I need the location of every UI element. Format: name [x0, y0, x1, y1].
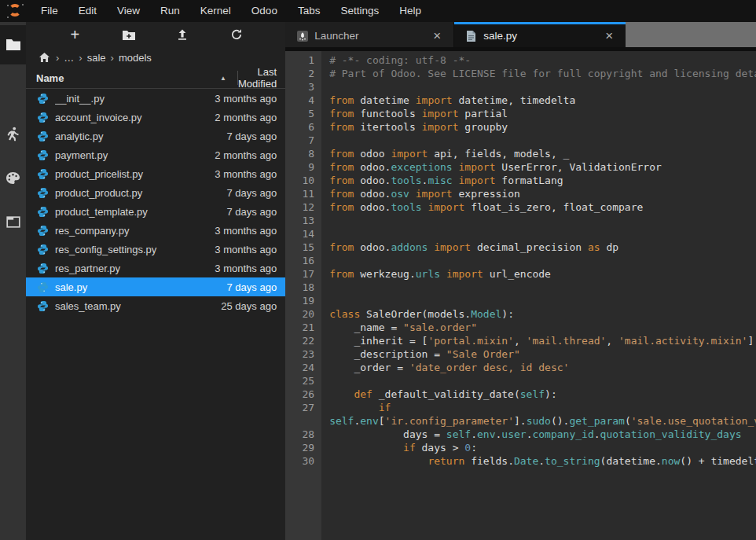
tab-bar: Launcher×sale.py× — [285, 22, 756, 47]
activity-tab-file-browser[interactable] — [0, 25, 26, 64]
code-text — [321, 294, 756, 307]
file-modified: 3 months ago — [215, 244, 285, 255]
code-text: from odoo.exceptions import UserError, V… — [321, 160, 756, 174]
breadcrumb-separator: › — [111, 52, 114, 64]
python-file-icon — [37, 187, 49, 199]
code-text: # -*- coding: utf-8 -*- — [321, 53, 756, 67]
code-text: _inherit = ['portal.mixin', 'mail.thread… — [321, 334, 756, 347]
line-number: 23 — [285, 347, 321, 361]
activity-tab-running-sessions[interactable] — [0, 116, 26, 151]
code-line: 29 if days > 0: — [285, 441, 756, 454]
python-file-icon — [37, 93, 49, 105]
breadcrumb-item[interactable]: … — [64, 52, 74, 64]
menu-file[interactable]: File — [31, 0, 68, 22]
activity-tab-open-tabs[interactable] — [0, 204, 26, 239]
code-text: _name = "sale.order" — [321, 321, 756, 334]
python-file-icon — [37, 263, 49, 274]
file-modified: 3 months ago — [215, 225, 285, 237]
tab-sale-py[interactable]: sale.py× — [454, 22, 626, 47]
file-row[interactable]: analytic.py7 days ago — [26, 127, 285, 145]
new-folder-button[interactable] — [118, 25, 140, 44]
menu-kernel[interactable]: Kernel — [190, 0, 241, 22]
code-text: if days > 0: — [321, 441, 756, 454]
file-row[interactable]: payment.py2 months ago — [26, 145, 285, 164]
code-text: from odoo.tools import float_is_zero, fl… — [321, 200, 756, 214]
line-number: 7 — [285, 134, 321, 147]
python-file-icon — [37, 281, 49, 293]
line-number: 17 — [285, 267, 321, 281]
code-line: 19 — [285, 294, 756, 307]
python-file-icon — [37, 168, 49, 180]
file-row[interactable]: account_invoice.py2 months ago — [26, 108, 285, 127]
file-row[interactable]: res_config_settings.py3 months ago — [26, 240, 285, 259]
code-line: 20class SaleOrder(models.Model): — [285, 307, 756, 321]
file-modified: 3 months ago — [215, 93, 285, 105]
code-text: class SaleOrder(models.Model): — [321, 307, 756, 321]
python-file-icon — [37, 112, 49, 123]
menu-odoo[interactable]: Odoo — [241, 0, 288, 22]
code-line: 26 def _default_validity_date(self): — [285, 388, 756, 401]
code-text: from odoo.tools.misc import formatLang — [321, 174, 756, 187]
tab-label: Launcher — [314, 30, 428, 42]
file-row[interactable]: __init__.py3 months ago — [26, 89, 285, 108]
close-tab-icon[interactable]: × — [428, 29, 446, 42]
file-name: res_config_settings.py — [55, 244, 215, 255]
file-row[interactable]: product_template.py7 days ago — [26, 202, 285, 221]
file-browser-toolbar: + — [26, 22, 285, 47]
file-row[interactable]: res_partner.py3 months ago — [26, 259, 285, 277]
code-text: # Part of Odoo. See LICENSE file for ful… — [321, 67, 756, 80]
code-line: 2# Part of Odoo. See LICENSE file for fu… — [285, 67, 756, 80]
home-icon[interactable] — [37, 48, 51, 67]
line-number: 21 — [285, 321, 321, 334]
code-line: 28 days = self.env.user.company_id.quota… — [285, 428, 756, 441]
new-launcher-button[interactable]: + — [64, 25, 86, 44]
line-number: 26 — [285, 388, 321, 401]
code-text — [321, 80, 756, 94]
code-line: 21 _name = "sale.order" — [285, 321, 756, 334]
line-number: 15 — [285, 241, 321, 254]
code-line: 14 — [285, 227, 756, 241]
activity-tab-command-palette[interactable] — [0, 160, 26, 195]
code-text: from datetime import datetime, timedelta — [321, 94, 756, 107]
upload-button[interactable] — [171, 25, 193, 44]
code-line: 8from odoo import api, fields, models, _ — [285, 147, 756, 160]
close-tab-icon[interactable]: × — [600, 29, 618, 42]
menu-view[interactable]: View — [107, 0, 150, 22]
new-folder-icon — [122, 29, 136, 41]
menu-settings[interactable]: Settings — [330, 0, 389, 22]
column-header-name[interactable]: Name ▲ — [26, 72, 237, 84]
file-name: res_partner.py — [55, 263, 215, 274]
file-modified: 7 days ago — [227, 281, 286, 293]
code-line: 17from werkzeug.urls import url_encode — [285, 267, 756, 281]
file-row[interactable]: product_product.py7 days ago — [26, 183, 285, 202]
menu-tabs[interactable]: Tabs — [288, 0, 331, 22]
menu-edit[interactable]: Edit — [68, 0, 107, 22]
breadcrumb-item[interactable]: sale — [87, 52, 106, 64]
menu-help[interactable]: Help — [389, 0, 431, 22]
activity-bar — [0, 22, 26, 540]
code-line: 6from itertools import groupby — [285, 120, 756, 134]
code-line: 13 — [285, 214, 756, 227]
code-line: 1# -*- coding: utf-8 -*- — [285, 53, 756, 67]
line-number: 24 — [285, 361, 321, 374]
code-line: 27 if self.env['ir.config_parameter'].su… — [285, 401, 756, 428]
column-header-modified[interactable]: Last Modified — [238, 66, 285, 90]
breadcrumb-item[interactable]: models — [119, 52, 152, 64]
tab-launcher[interactable]: Launcher× — [285, 22, 454, 47]
file-row[interactable]: sales_team.py25 days ago — [26, 296, 285, 315]
file-row[interactable]: res_company.py3 months ago — [26, 221, 285, 240]
line-number: 28 — [285, 428, 321, 441]
code-text — [321, 281, 756, 294]
menu-run[interactable]: Run — [150, 0, 190, 22]
file-modified: 3 months ago — [215, 168, 285, 180]
code-text: days = self.env.user.company_id.quotatio… — [321, 428, 756, 441]
file-row[interactable]: sale.py7 days ago — [26, 277, 285, 296]
code-line: 24 _order = 'date_order desc, id desc' — [285, 361, 756, 374]
file-row[interactable]: product_pricelist.py3 months ago — [26, 164, 285, 183]
name-column-label: Name — [36, 72, 64, 84]
code-editor[interactable]: 1# -*- coding: utf-8 -*-2# Part of Odoo.… — [285, 51, 756, 540]
refresh-button[interactable] — [226, 25, 248, 44]
code-line: 11from odoo.osv import expression — [285, 187, 756, 200]
code-text: from werkzeug.urls import url_encode — [321, 267, 756, 281]
file-modified: 2 months ago — [215, 112, 285, 123]
